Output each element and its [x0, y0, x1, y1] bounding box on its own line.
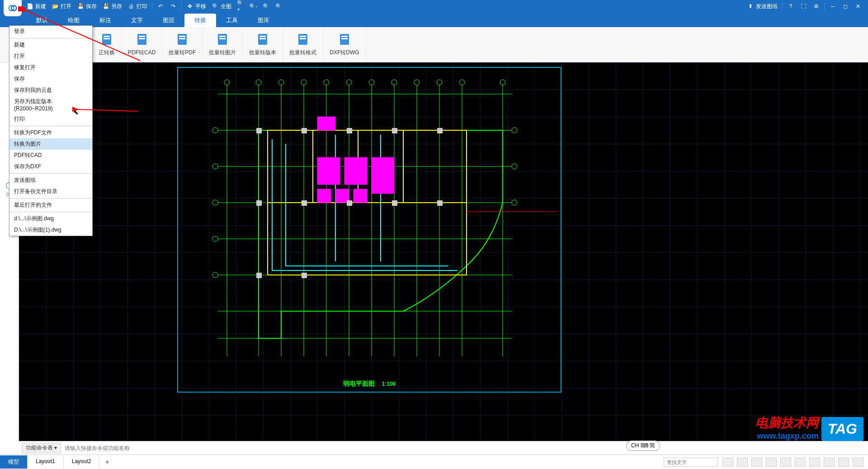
- ribbon-item-1[interactable]: PDF转CAD: [122, 28, 162, 61]
- search-input[interactable]: [664, 458, 718, 467]
- dropdown-item[interactable]: 修复打开: [9, 62, 92, 73]
- menu-tab-2[interactable]: 标注: [90, 14, 121, 27]
- maximize-icon: ◻: [842, 3, 849, 10]
- ribbon-item-5[interactable]: 批量转格式: [283, 28, 323, 61]
- close-icon: ✕: [854, 3, 862, 10]
- layout-tab-1[interactable]: Layout1: [28, 455, 64, 469]
- svg-point-57: [212, 128, 218, 133]
- dropdown-item[interactable]: 打印: [9, 114, 92, 125]
- pan-button[interactable]: ✥平移: [184, 3, 209, 10]
- svg-rect-13: [259, 36, 266, 37]
- svg-rect-80: [392, 128, 397, 133]
- zoom-in-button[interactable]: 🔍+: [234, 3, 247, 10]
- dropdown-item[interactable]: 另存为指定版本(R2000~R2019): [9, 96, 92, 114]
- dropdown-item[interactable]: 保存到我的云盘: [9, 85, 92, 96]
- ribbon-item-6[interactable]: DXF转DWG: [323, 28, 366, 61]
- ribbon-item-4[interactable]: 批量转版本: [243, 28, 283, 61]
- otrack-toggle[interactable]: [795, 458, 806, 467]
- undo-button[interactable]: ↶: [154, 3, 167, 10]
- svg-point-54: [437, 80, 442, 85]
- add-layout-button[interactable]: +: [99, 455, 114, 469]
- menu-tab-7[interactable]: 图库: [248, 14, 279, 27]
- command-input[interactable]: [61, 445, 865, 451]
- zoom-out-button[interactable]: 🔍-: [247, 3, 259, 10]
- osnap-toggle[interactable]: [780, 458, 791, 467]
- menu-tab-6[interactable]: 工具: [216, 14, 248, 27]
- fullscreen-button[interactable]: ⛶: [797, 3, 810, 10]
- menu-tab-4[interactable]: 图层: [153, 14, 184, 27]
- dropdown-item[interactable]: 打开: [9, 51, 92, 62]
- grid-toggle[interactable]: [737, 458, 748, 467]
- ortho-toggle[interactable]: [751, 458, 762, 467]
- dropdown-item[interactable]: d:\...\示例图.dwg: [9, 213, 92, 224]
- dropdown-item[interactable]: 保存: [9, 73, 92, 85]
- lineweight-toggle[interactable]: [809, 458, 820, 467]
- ribbon-item-2[interactable]: 批量转PDF: [162, 28, 203, 61]
- dropdown-item[interactable]: 新建: [9, 39, 92, 51]
- new-button[interactable]: 📄新建: [24, 3, 49, 10]
- zoom-window-icon: 🔍: [262, 3, 269, 10]
- dropdown-item[interactable]: 最近打开的文件: [9, 199, 92, 211]
- menu-tab-3[interactable]: 文字: [121, 14, 153, 27]
- dropdown-item[interactable]: 保存为DXF: [9, 161, 92, 172]
- cad-drawing: 弱电平面图 1:100: [177, 67, 561, 393]
- dropdown-item[interactable]: 打开备份文件目录: [9, 186, 92, 197]
- layout-tab-2[interactable]: Layout2: [64, 455, 100, 469]
- ribbon-icon-4: [256, 33, 269, 46]
- ribbon-item-3[interactable]: 批量转图片: [203, 28, 243, 61]
- dropdown-item[interactable]: 登录: [9, 26, 92, 37]
- dropdown-item[interactable]: 发送图纸: [9, 175, 92, 186]
- command-menu-button[interactable]: 功能命令表 ▾: [22, 443, 61, 453]
- zoom-window-button[interactable]: 🔍: [259, 3, 272, 10]
- svg-point-52: [392, 80, 397, 85]
- dropdown-item[interactable]: 转换为图片: [9, 138, 92, 150]
- dropdown-item[interactable]: D:\...\示例图(1).dwg: [9, 224, 92, 236]
- zoom-prev-button[interactable]: 🔍: [272, 3, 285, 10]
- minimize-button[interactable]: ─: [826, 3, 839, 10]
- annotation-toggle[interactable]: [838, 458, 849, 467]
- dropdown-separator: [9, 212, 92, 212]
- polar-toggle[interactable]: [766, 458, 777, 467]
- print-button[interactable]: 🖨打印: [125, 3, 150, 10]
- save-button[interactable]: 💾保存: [74, 3, 99, 10]
- dropdown-item[interactable]: PDF转CAD: [9, 150, 92, 161]
- command-bar: 功能命令表 ▾: [19, 441, 868, 455]
- print-icon: 🖨: [127, 3, 135, 10]
- watermark-tag: TAG: [821, 417, 863, 441]
- settings-button[interactable]: ⚙: [810, 3, 822, 10]
- saveas-label: 另存: [111, 3, 122, 10]
- svg-rect-4: [139, 36, 145, 37]
- watermark-url: www.tagxp.com: [755, 431, 819, 441]
- svg-point-62: [512, 128, 517, 133]
- maximize-button[interactable]: ◻: [839, 3, 852, 10]
- drawing-canvas[interactable]: 弱电平面图 1:100: [19, 62, 868, 441]
- save-icon: 💾: [77, 3, 84, 10]
- drawing-title-text: 弱电平面图: [343, 380, 375, 387]
- close-button[interactable]: ✕: [852, 3, 864, 10]
- ime-indicator[interactable]: CH ⌨ 简: [626, 441, 660, 451]
- svg-rect-17: [300, 38, 306, 39]
- snap-toggle[interactable]: [722, 458, 733, 467]
- floorplan-svg: [177, 67, 561, 393]
- saveas-button[interactable]: 💾另存: [99, 3, 125, 10]
- send-drawing-button[interactable]: ⬆发送图纸: [744, 3, 780, 10]
- menu-tab-5[interactable]: 转换: [184, 14, 216, 27]
- open-button[interactable]: 📂打开: [49, 3, 74, 10]
- svg-rect-84: [347, 200, 352, 206]
- dropdown-item[interactable]: 转换为PDF文件: [9, 127, 92, 138]
- dropdown-separator: [9, 38, 92, 38]
- help-button[interactable]: ?: [784, 3, 797, 10]
- workspace-toggle[interactable]: [853, 458, 863, 467]
- redo-button[interactable]: ↷: [167, 3, 179, 10]
- app-logo[interactable]: [4, 0, 22, 16]
- folder-open-icon: 📂: [52, 3, 59, 10]
- top-toolbar: 📄新建 📂打开 💾保存 💾另存 🖨打印 ↶ ↷ ✥平移 🔍全图 🔍+ 🔍- 🔍 …: [0, 0, 868, 13]
- layout-tab-0[interactable]: 模型: [0, 455, 28, 469]
- separator: [824, 3, 825, 10]
- fit-button[interactable]: 🔍全图: [209, 3, 234, 10]
- gear-icon: ⚙: [812, 3, 820, 10]
- zoom-out-icon: 🔍-: [250, 3, 257, 10]
- ribbon-label-0: 正转换: [99, 49, 115, 57]
- ribbon-item-0[interactable]: 正转换: [92, 28, 122, 61]
- model-toggle[interactable]: [824, 458, 835, 467]
